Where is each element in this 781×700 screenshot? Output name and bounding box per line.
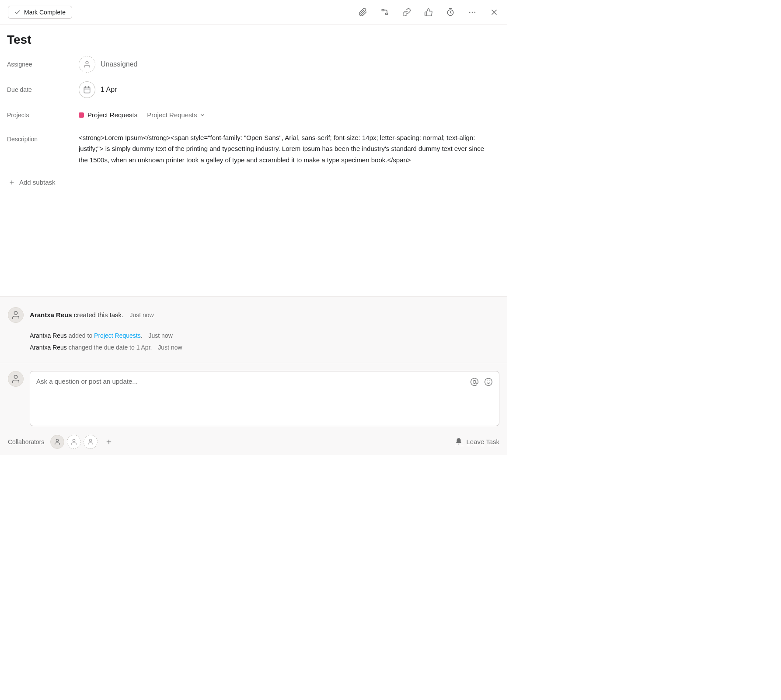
activity-timestamp: Just now [158, 344, 182, 351]
paperclip-icon [359, 8, 367, 17]
user-icon [70, 438, 77, 445]
mark-complete-label: Mark Complete [24, 9, 66, 16]
add-collaborator-button[interactable] [103, 436, 115, 448]
due-date-icon-wrap [79, 81, 95, 98]
subtask-icon [380, 8, 389, 17]
activity-created-line: Arantxa Reus created this task. Just now [30, 310, 182, 320]
due-date-text: 1 Apr [101, 86, 117, 94]
emoji-button[interactable] [484, 378, 493, 386]
activity-author: Arantxa Reus [30, 311, 72, 318]
user-icon [54, 438, 61, 445]
project-section-name: Project Requests [147, 111, 197, 119]
assignee-label: Assignee [7, 61, 75, 68]
description-label: Description [7, 132, 75, 143]
collaborator-avatar[interactable] [50, 435, 64, 449]
collaborators-label: Collaborators [8, 438, 44, 445]
leave-task-label: Leave Task [466, 438, 499, 445]
project-name: Project Requests [87, 111, 137, 119]
collaborator-placeholder[interactable] [67, 435, 81, 449]
add-subtask-button[interactable]: Add subtask [7, 176, 57, 189]
timer-button[interactable] [445, 7, 456, 18]
copy-link-button[interactable] [401, 7, 412, 18]
activity-action-prefix: changed the due date to 1 Apr. [67, 344, 152, 351]
smile-icon [484, 378, 493, 386]
svg-point-14 [14, 375, 17, 378]
due-date-label: Due date [7, 86, 75, 93]
user-icon [87, 438, 94, 445]
activity-author: Arantxa Reus [30, 332, 67, 339]
activity-created-timestamp: Just now [129, 312, 153, 318]
projects-value: Project Requests Project Requests [79, 111, 500, 119]
thumbs-up-icon [424, 8, 433, 17]
comment-input[interactable]: Ask a question or post an update... [30, 371, 499, 426]
more-horizontal-icon [468, 8, 477, 17]
add-subtask-label: Add subtask [19, 178, 56, 186]
svg-point-21 [90, 439, 92, 441]
user-icon [83, 60, 91, 68]
activity-feed: Arantxa Reus created this task. Just now… [0, 296, 507, 363]
subtask-button[interactable] [380, 7, 390, 18]
description-row: Description <strong>Lorem Ipsum</strong>… [7, 128, 500, 166]
user-icon [11, 310, 21, 320]
svg-point-3 [474, 11, 476, 13]
description-text: <strong>Lorem Ipsum</strong><span style=… [79, 132, 500, 166]
activity-created-text: created this task. [72, 311, 124, 318]
project-color-dot [79, 112, 84, 118]
assignee-value-text: Unassigned [101, 60, 138, 68]
description-value[interactable]: <strong>Lorem Ipsum</strong><span style=… [79, 132, 500, 166]
svg-point-19 [56, 439, 59, 441]
avatar [8, 371, 24, 387]
comment-section: Ask a question or post an update... [0, 363, 507, 455]
stopwatch-icon [446, 8, 455, 17]
activity-action-prefix: added to [67, 332, 94, 339]
close-icon [490, 8, 499, 17]
mention-button[interactable] [470, 378, 479, 386]
due-date-row: Due date 1 Apr [7, 77, 500, 102]
activity-timestamp: Just now [149, 332, 173, 339]
collaborators-avatars [50, 435, 115, 449]
user-icon [11, 374, 21, 384]
activity-sub-item: Arantxa Reus changed the due date to 1 A… [30, 343, 182, 352]
project-pill[interactable]: Project Requests [79, 111, 137, 119]
collaborator-placeholder[interactable] [84, 435, 98, 449]
toolbar-actions [358, 7, 499, 18]
chevron-down-icon [199, 112, 206, 118]
activity-sub-list: Arantxa Reus added to Project Requests. … [30, 331, 182, 352]
due-date-value[interactable]: 1 Apr [79, 81, 500, 98]
activity-link[interactable]: Project Requests [94, 332, 141, 339]
mark-complete-button[interactable]: Mark Complete [8, 6, 72, 19]
close-button[interactable] [489, 7, 499, 18]
svg-point-2 [472, 11, 473, 13]
more-actions-button[interactable] [467, 7, 478, 18]
svg-point-13 [14, 312, 17, 315]
attachment-button[interactable] [358, 7, 368, 18]
activity-sub-item: Arantxa Reus added to Project Requests. … [30, 331, 182, 340]
task-toolbar: Mark Complete [0, 0, 507, 24]
assignee-row: Assignee Unassigned [7, 52, 500, 77]
assignee-value[interactable]: Unassigned [79, 56, 500, 73]
comment-placeholder: Ask a question or post an update... [36, 378, 138, 385]
assignee-placeholder-icon [79, 56, 95, 73]
like-button[interactable] [423, 7, 434, 18]
subtask-row: Add subtask [0, 165, 507, 193]
svg-point-16 [485, 378, 492, 386]
at-sign-icon [470, 378, 479, 386]
projects-label: Projects [7, 112, 75, 119]
project-section-dropdown[interactable]: Project Requests [147, 111, 206, 119]
task-title[interactable]: Test [7, 32, 500, 47]
svg-point-20 [73, 439, 75, 441]
svg-point-1 [469, 11, 471, 13]
svg-rect-7 [84, 87, 90, 93]
avatar [8, 307, 24, 323]
activity-author: Arantxa Reus [30, 344, 67, 351]
task-content: Test Assignee Unassigned Due date [0, 24, 507, 455]
plus-icon [105, 438, 112, 445]
check-icon [14, 9, 21, 15]
link-icon [402, 8, 411, 17]
svg-point-6 [86, 61, 88, 64]
plus-icon [9, 179, 15, 186]
leave-task-button[interactable]: Leave Task [455, 438, 499, 446]
svg-point-15 [473, 381, 476, 384]
calendar-icon [83, 86, 91, 94]
activity-action-suffix: . [141, 332, 143, 339]
